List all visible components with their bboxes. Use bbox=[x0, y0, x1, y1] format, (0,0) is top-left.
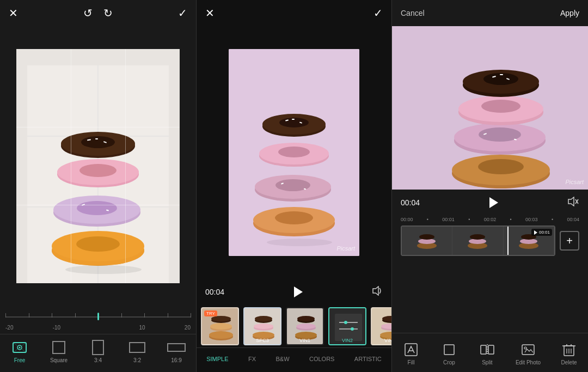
slider-max-label: 20 bbox=[185, 325, 191, 331]
video-editor-header: Cancel Apply bbox=[392, 0, 588, 26]
tab-fx[interactable]: FX bbox=[244, 353, 260, 364]
tab-simple[interactable]: SIMPLE bbox=[202, 353, 232, 364]
crop-tool-button[interactable]: Crop bbox=[439, 342, 459, 365]
filter-thumb-vin1[interactable]: VIN1 bbox=[286, 307, 324, 345]
crop-free-label: Free bbox=[14, 357, 26, 363]
tick-3: • bbox=[510, 217, 512, 222]
crop-34-label: 3:4 bbox=[94, 357, 102, 363]
tick-1-label: 00:01 bbox=[442, 217, 455, 222]
split-icon bbox=[477, 342, 497, 357]
tick-3-label: 00:03 bbox=[525, 217, 538, 222]
timeline-frame-1 bbox=[402, 227, 452, 255]
svg-point-7 bbox=[76, 236, 120, 252]
svg-rect-123 bbox=[444, 345, 454, 355]
delete-icon bbox=[559, 342, 579, 357]
timeline-playhead[interactable] bbox=[507, 225, 509, 256]
video-watermark: Picsart bbox=[565, 179, 584, 185]
tab-bw[interactable]: B&W bbox=[271, 353, 293, 364]
split-tool-button[interactable]: Split bbox=[477, 342, 497, 365]
redo-icon[interactable]: ↻ bbox=[103, 7, 113, 20]
tick-1: • bbox=[427, 217, 428, 222]
crop-32-icon bbox=[127, 340, 147, 355]
crop-header: ✕ ↺ ↻ ✓ bbox=[0, 0, 196, 26]
tick-0: 00:00 bbox=[401, 217, 413, 222]
svg-rect-101 bbox=[500, 74, 503, 75]
crop-169-icon bbox=[167, 340, 186, 355]
tick-4: • bbox=[552, 217, 553, 222]
svg-marker-50 bbox=[373, 286, 378, 295]
fill-icon bbox=[401, 342, 421, 357]
svg-rect-26 bbox=[53, 341, 65, 353]
confirm-icon[interactable]: ✓ bbox=[178, 7, 187, 20]
filter-thumb-vin2[interactable]: VIN2 bbox=[328, 307, 366, 345]
svg-point-115 bbox=[470, 234, 485, 240]
svg-point-89 bbox=[478, 159, 524, 174]
rotation-slider-area: -20 -10 10 20 bbox=[0, 306, 196, 334]
delete-label: Delete bbox=[561, 359, 577, 365]
edit-photo-button[interactable]: Edit Photo bbox=[516, 342, 541, 365]
crop-32-label: 3:2 bbox=[133, 357, 141, 363]
svg-rect-121 bbox=[405, 344, 417, 356]
svg-rect-29 bbox=[168, 344, 185, 351]
svg-rect-127 bbox=[522, 345, 534, 355]
apply-button[interactable]: Apply bbox=[560, 9, 579, 17]
tab-artistic[interactable]: ARTISTIC bbox=[350, 353, 386, 364]
svg-point-48 bbox=[267, 239, 332, 246]
slider-min-label: -20 bbox=[5, 325, 13, 331]
crop-32-button[interactable]: 3:2 bbox=[127, 340, 147, 363]
filter-thumb-spc3[interactable]: SPC3 bbox=[243, 307, 281, 345]
crop-icon bbox=[439, 342, 459, 357]
delete-tool-button[interactable]: Delete bbox=[559, 342, 579, 365]
filter-play-button[interactable] bbox=[290, 283, 307, 301]
timeline-time-badge: 00:01 bbox=[531, 229, 552, 236]
crop-169-label: 16:9 bbox=[171, 357, 181, 363]
fill-tool-button[interactable]: Fill bbox=[401, 342, 421, 365]
filter-header: ✕ ✓ bbox=[197, 0, 391, 26]
timeline-strip[interactable]: 00:01 bbox=[401, 225, 555, 256]
slider-labels: -20 -10 10 20 bbox=[5, 324, 191, 332]
crop-canvas[interactable] bbox=[16, 49, 180, 283]
video-volume-icon[interactable] bbox=[567, 197, 579, 209]
svg-point-25 bbox=[19, 347, 21, 349]
crop-169-button[interactable]: 16:9 bbox=[167, 340, 186, 363]
filter-label-vin1: VIN1 bbox=[287, 338, 323, 343]
filter-strip: TRY SPC3 bbox=[197, 305, 391, 347]
svg-marker-105 bbox=[568, 197, 574, 206]
filter-volume-icon[interactable] bbox=[372, 286, 383, 298]
timeline-area: 00:01 + bbox=[392, 223, 588, 258]
rotation-slider[interactable] bbox=[5, 310, 191, 324]
filter-thumb-vin3[interactable]: VIN3 bbox=[371, 307, 391, 345]
svg-rect-27 bbox=[93, 340, 103, 355]
undo-icon[interactable]: ↺ bbox=[83, 7, 93, 20]
edit-photo-icon bbox=[518, 342, 538, 357]
crop-free-button[interactable]: Free bbox=[10, 340, 29, 363]
timeline-frame-2 bbox=[452, 227, 503, 255]
svg-rect-45 bbox=[292, 119, 295, 120]
cancel-button[interactable]: Cancel bbox=[401, 9, 425, 17]
add-clip-button[interactable]: + bbox=[560, 231, 579, 251]
video-play-button[interactable] bbox=[485, 194, 503, 211]
watermark: Picsart bbox=[336, 245, 355, 252]
svg-point-128 bbox=[524, 347, 526, 349]
svg-rect-28 bbox=[130, 343, 145, 352]
crop-square-button[interactable]: Square bbox=[49, 340, 69, 363]
fill-label: Fill bbox=[408, 359, 415, 365]
crop-panel: ✕ ↺ ↻ ✓ bbox=[0, 0, 196, 372]
history-controls: ↺ ↻ bbox=[83, 7, 113, 20]
svg-point-54 bbox=[209, 331, 233, 339]
svg-rect-125 bbox=[488, 345, 494, 354]
svg-point-95 bbox=[481, 100, 520, 113]
filter-thumb-try[interactable]: TRY bbox=[201, 307, 239, 345]
crop-34-button[interactable]: 3:4 bbox=[88, 340, 108, 363]
filter-video-controls: 00:04 bbox=[197, 279, 391, 305]
filter-label-spc3: SPC3 bbox=[244, 338, 280, 343]
tab-colors[interactable]: COLORS bbox=[305, 353, 339, 364]
filter-time-display: 00:04 bbox=[205, 288, 224, 296]
slider-10-label: 10 bbox=[139, 325, 145, 331]
filter-close-icon[interactable]: ✕ bbox=[205, 7, 215, 20]
filter-confirm-icon[interactable]: ✓ bbox=[373, 7, 383, 20]
video-preview-area: Picsart bbox=[392, 26, 588, 190]
svg-point-18 bbox=[81, 136, 115, 148]
svg-point-39 bbox=[278, 147, 310, 157]
close-icon[interactable]: ✕ bbox=[9, 7, 18, 20]
